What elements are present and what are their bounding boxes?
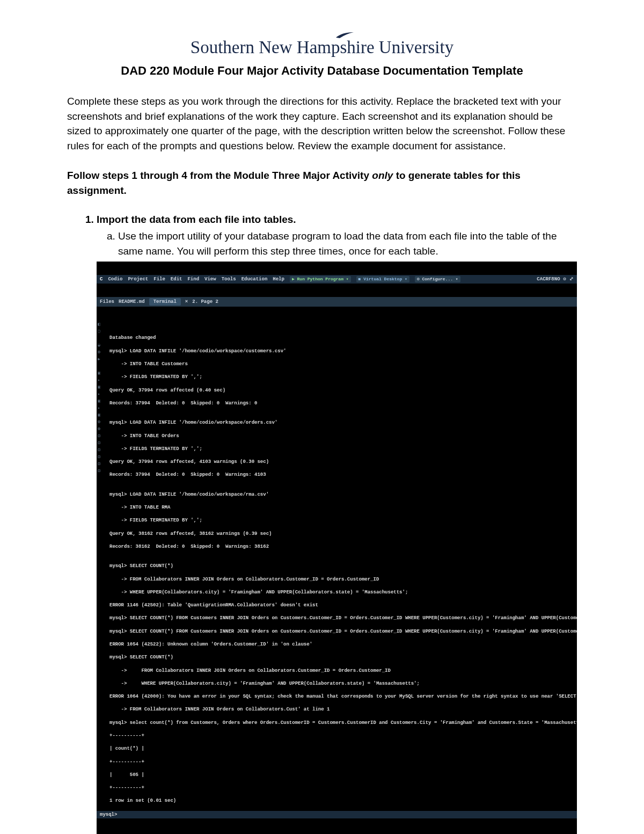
term-line: mysql> LOAD DATA INFILE '/home/codio/wor… <box>109 419 566 426</box>
menu-education: Education <box>241 276 268 282</box>
term-line: | count(*) | <box>109 745 566 752</box>
feather-icon <box>335 31 354 39</box>
term-line: -> FROM Collaborators INNER JOIN Orders … <box>109 706 566 713</box>
term-line: -> INTO TABLE Customers <box>109 361 566 367</box>
terminal-gutter-icons: ◧▢◒⊙▶▣▸▣▸▣▸▣⊙⊕⊟⊟⊟⊟⊟⊟ <box>98 322 105 474</box>
term-line: +----------+ <box>109 733 566 739</box>
desktop-pill: ■ Virtual Desktop ▾ <box>356 276 409 283</box>
files-label: Files <box>100 299 114 305</box>
user-label: CACRF8NO <box>537 276 560 282</box>
readme-tab: README.md <box>119 299 145 305</box>
term-line: -> INTO TABLE Orders <box>109 433 566 439</box>
university-logo: Southern New Hampshire University <box>67 38 577 57</box>
step-1: Import the data from each file into tabl… <box>97 214 577 834</box>
term-line: ERROR 1064 (42000): You have an error in… <box>109 693 566 700</box>
term-line: 1 row in set (0.01 sec) <box>109 797 566 804</box>
term-line: -> FIELDS TERMINATED BY ','; <box>109 446 566 452</box>
term-line: -> FROM Collaborators INNER JOIN Orders … <box>109 576 566 583</box>
page-label: 2. Page 2 <box>192 299 218 305</box>
term-line: Query OK, 38162 rows affected, 38162 war… <box>109 531 566 537</box>
term-line: +----------+ <box>109 759 566 765</box>
tab-close-icon: × <box>185 299 188 305</box>
term-line: mysql> LOAD DATA INFILE '/home/codio/wor… <box>109 348 566 354</box>
intro-paragraph: Complete these steps as you work through… <box>67 94 577 153</box>
menu-codio: Codio <box>108 276 122 282</box>
term-line: Database changed <box>109 335 566 341</box>
term-line: -> WHERE UPPER(Collaborators.city) = 'Fr… <box>109 589 566 596</box>
step-1-sublist: Use the import utility of your database … <box>97 229 577 258</box>
page-title: DAD 220 Module Four Major Activity Datab… <box>67 64 577 78</box>
term-line: mysql> SELECT COUNT(*) FROM Customers IN… <box>109 628 566 635</box>
instructions-paragraph: Follow steps 1 through 4 from the Module… <box>67 168 577 198</box>
menu-edit: Edit <box>171 276 182 282</box>
term-line: -> WHERE UPPER(Collaborators.city) = 'Fr… <box>109 680 566 687</box>
main-ordered-list: Import the data from each file into tabl… <box>67 214 577 834</box>
term-line: Records: 38162 Deleted: 0 Skipped: 0 War… <box>109 543 566 550</box>
term-line: Query OK, 37994 rows affected (0.40 sec) <box>109 387 566 394</box>
run-pill: ▶ Run Python Program ▾ <box>290 276 351 283</box>
menu-project: Project <box>128 276 148 282</box>
term-line: mysql> SELECT COUNT(*) <box>109 654 566 661</box>
menu-view: View <box>204 276 216 282</box>
term-line: | 505 | <box>109 772 566 778</box>
term-line: +----------+ <box>109 785 566 791</box>
term-line: Records: 37994 Deleted: 0 Skipped: 0 War… <box>109 400 566 407</box>
term-line: -> FIELDS TERMINATED BY ','; <box>109 517 566 524</box>
term-line: mysql> LOAD DATA INFILE '/home/codio/wor… <box>109 491 566 498</box>
term-line: mysql> SELECT COUNT(*) <box>109 563 566 569</box>
expand-icon: ⤢ <box>569 276 574 282</box>
settings-icon: ⚙ <box>564 276 566 282</box>
menu-help: Help <box>273 276 284 282</box>
term-line: ERROR 1054 (42S22): Unknown column 'Orde… <box>109 641 566 648</box>
terminal-secondbar: Files README.md Terminal × 2. Page 2 <box>97 297 577 307</box>
term-line: -> FIELDS TERMINATED BY ','; <box>109 374 566 380</box>
menu-tools: Tools <box>222 276 236 282</box>
menu-find: Find <box>187 276 199 282</box>
term-line: -> INTO TABLE RMA <box>109 504 566 511</box>
menu-file: File <box>153 276 165 282</box>
configure-pill: ⚙ Configure... ▾ <box>415 276 460 283</box>
terminal-topbar: C Codio Project File Edit Find View Tool… <box>97 275 577 284</box>
term-line: ERROR 1146 (42S02): Table 'Quantigration… <box>109 602 566 608</box>
term-line: -> FROM Collaborators INNER JOIN Orders … <box>109 668 566 674</box>
terminal-screenshot: C Codio Project File Edit Find View Tool… <box>97 262 577 834</box>
step-1-heading: Import the data from each file into tabl… <box>97 214 296 225</box>
term-line: Query OK, 37994 rows affected, 4103 warn… <box>109 459 566 465</box>
term-prompt: mysql> <box>97 811 577 818</box>
term-line: mysql> select count(*) from Customers, O… <box>109 720 566 726</box>
step-1a: Use the import utility of your database … <box>118 229 577 258</box>
brand-icon: C <box>100 276 103 282</box>
term-line: Records: 37994 Deleted: 0 Skipped: 0 War… <box>109 472 566 478</box>
terminal-body: ◧▢◒⊙▶▣▸▣▸▣▸▣⊙⊕⊟⊟⊟⊟⊟⊟ Database changed my… <box>97 320 577 833</box>
term-line: mysql> SELECT COUNT(*) FROM Customers IN… <box>109 615 566 621</box>
logo-text: Southern New Hampshire University <box>191 38 453 57</box>
terminal-tab: Terminal <box>149 298 181 306</box>
